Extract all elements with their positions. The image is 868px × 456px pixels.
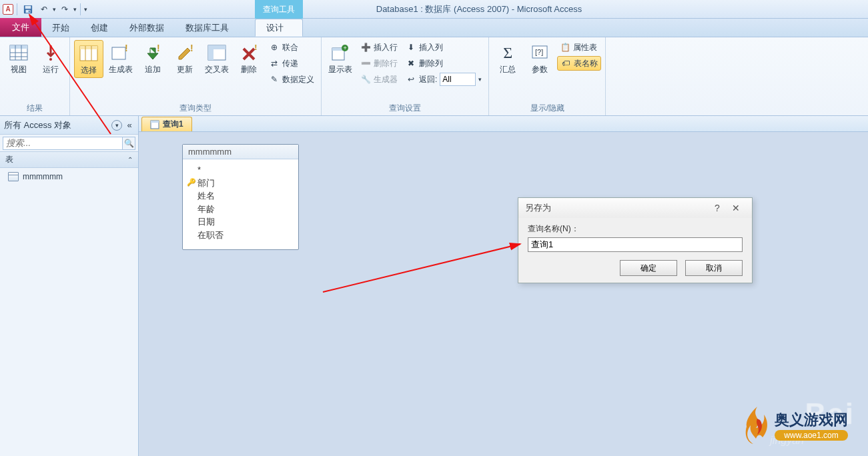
delete-button[interactable]: ! 删除 [234, 40, 264, 77]
context-tab-group: 查询工具 设计 [255, 0, 303, 37]
tablenames-icon: 🏷 [560, 58, 571, 69]
tab-design[interactable]: 设计 [255, 19, 303, 37]
dialog-titlebar[interactable]: 另存为 ? ✕ [518, 198, 752, 218]
return-input[interactable] [440, 73, 476, 86]
params-button[interactable]: [?] 参数 [525, 40, 554, 77]
insertcol-button[interactable]: ⬇插入列 [403, 40, 484, 55]
run-button[interactable]: 运行 [36, 40, 65, 77]
datasheet-icon [9, 43, 29, 63]
dialog-close-icon[interactable]: ✕ [727, 201, 745, 215]
ok-button[interactable]: 确定 [620, 260, 677, 276]
crosstab-button[interactable]: 交叉表 [202, 40, 232, 77]
select-query-button[interactable]: 选择 [74, 40, 103, 78]
redo-button[interactable]: ↷ [57, 2, 72, 17]
document-tabs: 查询1 [139, 116, 868, 132]
table-icon [8, 172, 19, 181]
doc-tab-query1[interactable]: 查询1 [141, 117, 192, 131]
svg-text:!: ! [157, 45, 160, 53]
union-button[interactable]: ⊕联合 [266, 40, 317, 55]
propsheet-button[interactable]: 📋属性表 [557, 40, 601, 55]
deleterow-button[interactable]: ➖删除行 [358, 56, 400, 71]
select-query-icon [79, 43, 99, 63]
showtable-button[interactable]: + 显示表 [326, 40, 355, 77]
field-item[interactable]: 年龄 [197, 203, 292, 216]
tab-file[interactable]: 文件 [0, 18, 41, 37]
site-brand: 奥义游戏网 www.aoe1.com [744, 399, 864, 452]
site-name: 奥义游戏网 [775, 410, 848, 430]
passthrough-icon: ⇄ [269, 58, 280, 69]
save-button[interactable] [21, 2, 35, 17]
field-item[interactable]: 姓名 [197, 189, 292, 203]
save-as-dialog: 另存为 ? ✕ 查询名称(N)： 确定 取消 [518, 197, 753, 283]
table-field-list-title: mmmmmm [183, 145, 298, 159]
maketable-button[interactable]: ! 生成表 [106, 40, 135, 77]
ribbon-tabs: 文件 开始 创建 外部数据 数据库工具 查询工具 设计 [0, 19, 868, 37]
tab-database-tools[interactable]: 数据库工具 [175, 19, 240, 37]
field-item[interactable]: * [197, 163, 292, 177]
query-icon [150, 120, 159, 129]
cancel-button[interactable]: 取消 [685, 260, 743, 276]
return-icon: ↩ [406, 74, 416, 85]
datadef-button[interactable]: ✎数据定义 [266, 72, 317, 87]
field-item[interactable]: 🔑部门 [197, 177, 292, 190]
update-icon: ! [175, 43, 195, 63]
insertrow-button[interactable]: ➕插入行 [358, 40, 400, 55]
table-field-list[interactable]: mmmmmm * 🔑部门 姓名 年龄 日期 在职否 [182, 144, 299, 250]
deletecol-button[interactable]: ✖删除列 [403, 56, 484, 71]
dropdown-icon[interactable]: ▾ [478, 76, 482, 83]
svg-rect-12 [80, 46, 97, 49]
tab-home[interactable]: 开始 [41, 19, 80, 37]
update-button[interactable]: ! 更新 [170, 40, 199, 77]
ribbon-group-results: 视图 运行 结果 [0, 37, 70, 115]
union-icon: ⊕ [269, 42, 280, 53]
separator [17, 3, 17, 15]
return-control: ↩ 返回: ▾ [403, 72, 484, 87]
passthrough-button[interactable]: ⇄传递 [266, 56, 317, 71]
tab-external-data[interactable]: 外部数据 [119, 19, 175, 37]
field-item[interactable]: 在职否 [197, 229, 292, 242]
nav-filter-icon[interactable]: ▾ [111, 120, 122, 131]
params-icon: [?] [530, 43, 550, 63]
table-field-list-body: * 🔑部门 姓名 年龄 日期 在职否 [183, 159, 298, 249]
svg-rect-1 [25, 5, 31, 8]
nav-shutter-icon[interactable]: « [125, 118, 134, 133]
ribbon-group-querytype: 选择 ! 生成表 ! 追加 ! 更新 交叉表 ! 删除 [70, 37, 322, 115]
tab-create[interactable]: 创建 [80, 19, 119, 37]
dialog-help-icon[interactable]: ? [708, 201, 727, 215]
deletecol-icon: ✖ [406, 58, 416, 69]
title-bar: A ↶ ▾ ↷ ▾ ▾ Database1 : 数据库 (Access 2007… [0, 0, 868, 19]
nav-header[interactable]: 所有 Access 对象 ▾ « [0, 116, 138, 135]
sigma-icon: Σ [498, 43, 518, 63]
svg-text:!: ! [190, 45, 193, 53]
search-input[interactable] [3, 137, 123, 150]
site-url: www.aoe1.com [775, 430, 848, 441]
nav-group-tables[interactable]: 表⌃ [0, 152, 138, 168]
totals-button[interactable]: Σ 汇总 [493, 40, 522, 77]
context-tab-label: 查询工具 [255, 0, 303, 19]
svg-rect-21 [208, 45, 226, 49]
nav-item-table[interactable]: mmmmmm [0, 168, 138, 185]
tablenames-button[interactable]: 🏷表名称 [557, 56, 601, 71]
field-item[interactable]: 日期 [197, 215, 292, 229]
redo-dropdown-icon[interactable]: ▾ [73, 6, 77, 13]
access-app-icon[interactable]: A [3, 4, 13, 15]
undo-dropdown-icon[interactable]: ▾ [53, 6, 56, 13]
builder-button[interactable]: 🔧生成器 [358, 72, 400, 87]
undo-button[interactable]: ↶ [37, 2, 51, 17]
query-name-input[interactable] [528, 237, 743, 252]
window-title: Database1 : 数据库 (Access 2007) - Microsof… [90, 3, 868, 15]
svg-rect-30 [151, 121, 159, 123]
run-icon [41, 43, 61, 63]
delete-icon: ! [239, 43, 259, 63]
qat-customize-icon[interactable]: ▾ [84, 6, 87, 13]
svg-point-10 [49, 58, 52, 61]
showtable-icon: + [330, 43, 350, 63]
append-button[interactable]: ! 追加 [138, 40, 167, 77]
svg-rect-5 [10, 45, 27, 49]
append-icon: ! [143, 43, 163, 63]
svg-rect-15 [112, 47, 125, 59]
view-button[interactable]: 视图 [4, 40, 33, 77]
svg-text:!: ! [254, 45, 258, 52]
svg-text:[?]: [?] [535, 48, 543, 56]
search-icon[interactable]: 🔍 [123, 137, 135, 150]
